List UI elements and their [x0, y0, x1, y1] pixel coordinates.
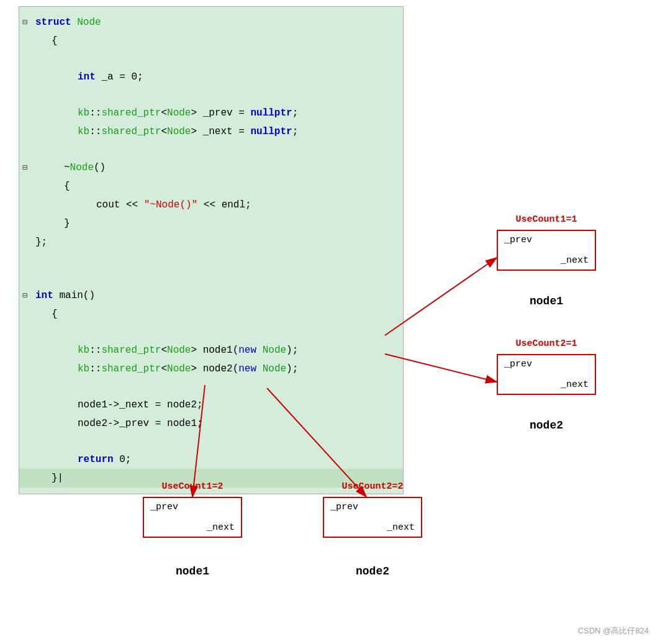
collapse-icon-destructor[interactable]: ⊟: [19, 159, 30, 176]
code-text-struct: struct Node: [30, 14, 101, 31]
node1-top-next: _next: [504, 255, 589, 266]
code-line-field-a: int _a = 0;: [19, 68, 403, 86]
node2-bottom-next: _next: [330, 522, 415, 533]
code-blank-3: [19, 141, 403, 158]
node1-bottom-label: node1: [143, 565, 242, 578]
code-blank-2: [19, 86, 403, 104]
code-line-brace1: {: [19, 32, 403, 50]
code-line-cout: cout << "~Node()" << endl;: [19, 196, 403, 214]
code-line-next: kb::shared_ptr<Node> _next = nullptr;: [19, 122, 403, 141]
collapse-icon-main[interactable]: ⊟: [19, 287, 30, 304]
code-line-struct-close: };: [19, 233, 403, 252]
code-line-return: return 0;: [19, 450, 403, 469]
node1-bottom-box: _prev _next: [143, 497, 242, 538]
code-line-main-brace: {: [19, 305, 403, 324]
code-blank-1: [19, 50, 403, 68]
node1-bottom-usecount: UseCount1=2: [143, 481, 242, 492]
code-line-assign2: node2->_prev = node1;: [19, 414, 403, 433]
code-line-brace-dtor: {: [19, 177, 403, 196]
code-line-assign1: node1->_next = node2;: [19, 396, 403, 414]
node1-bottom-prev: _prev: [150, 502, 235, 512]
node1-top-label: node1: [497, 295, 596, 307]
collapse-icon-struct[interactable]: ⊟: [19, 14, 30, 31]
node2-bottom-box: _prev _next: [323, 497, 422, 538]
node1-top-box: _prev _next: [497, 230, 596, 271]
node2-bottom-usecount: UseCount2=2: [323, 481, 422, 492]
node2-top-usecount: UseCount2=1: [497, 338, 596, 349]
watermark: CSDN @高比仔824: [578, 625, 649, 637]
node1-bottom-next: _next: [150, 522, 235, 533]
node2-top-next: _next: [504, 379, 589, 390]
node2-top-box: _prev _next: [497, 354, 596, 395]
node2-top-label: node2: [497, 419, 596, 432]
code-line-struct: ⊟ struct Node: [19, 13, 403, 32]
code-panel: ⊟ struct Node { int _a = 0; kb::shared_p…: [19, 6, 404, 494]
code-line-node1: kb::shared_ptr<Node> node1(new Node);: [19, 341, 403, 360]
code-line-main: ⊟ int main(): [19, 286, 403, 305]
node1-top-usecount: UseCount1=1: [497, 214, 596, 225]
code-line-prev: kb::shared_ptr<Node> _prev = nullptr;: [19, 104, 403, 122]
node2-bottom-label: node2: [323, 565, 422, 578]
code-line-brace-dtor-close: }: [19, 214, 403, 233]
node2-bottom-prev: _prev: [330, 502, 415, 512]
node1-top-prev: _prev: [504, 235, 589, 245]
node2-top-prev: _prev: [504, 359, 589, 370]
code-line-node2: kb::shared_ptr<Node> node2(new Node);: [19, 360, 403, 378]
code-line-destructor: ⊟ ~Node(): [19, 158, 403, 177]
